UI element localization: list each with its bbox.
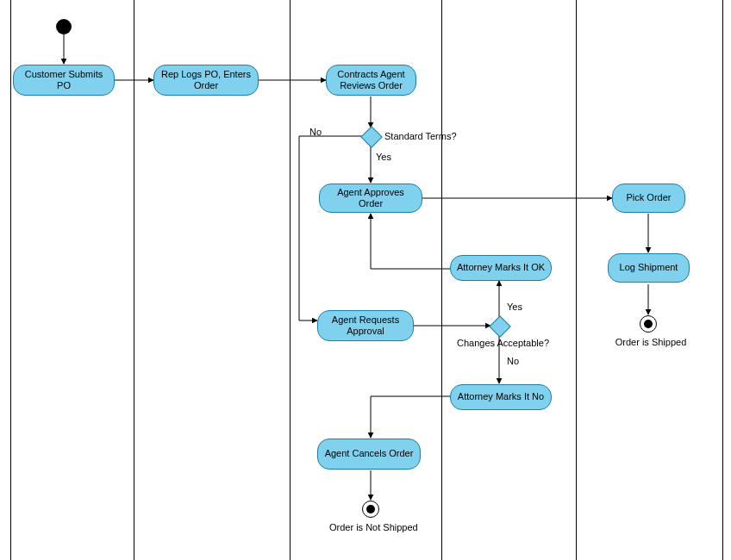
final-node-label: Order is Not Shipped — [329, 522, 415, 532]
activity-label: Agent Cancels Order — [325, 448, 414, 459]
final-node-icon — [362, 501, 379, 518]
activity-contracts-agent-reviews: Contracts Agent Reviews Order — [326, 65, 416, 96]
final-node-label: Order is Shipped — [612, 337, 690, 347]
activity-attorney-marks-no: Attorney Marks It No — [450, 384, 552, 410]
branch-label-yes: Yes — [376, 152, 391, 162]
activity-label: Customer Submits PO — [19, 69, 109, 91]
activity-agent-cancels-order: Agent Cancels Order — [317, 439, 421, 470]
initial-node-icon — [56, 19, 72, 34]
activity-label: Attorney Marks It No — [458, 391, 544, 402]
branch-label-yes: Yes — [507, 302, 522, 312]
activity-label: Agent Requests Approval — [323, 314, 408, 337]
activity-label: Contracts Agent Reviews Order — [332, 69, 410, 91]
activity-agent-approves-order: Agent Approves Order — [319, 184, 422, 213]
activity-label: Log Shipment — [620, 262, 678, 273]
activity-label: Attorney Marks It OK — [457, 262, 545, 273]
activity-attorney-marks-ok: Attorney Marks It OK — [450, 255, 552, 281]
activity-label: Rep Logs PO, Enters Order — [159, 69, 253, 91]
activity-agent-requests-approval: Agent Requests Approval — [317, 310, 414, 341]
activity-rep-logs-po: Rep Logs PO, Enters Order — [153, 65, 259, 96]
decision-label: Changes Acceptable? — [457, 338, 549, 348]
activity-log-shipment: Log Shipment — [608, 253, 690, 283]
activity-label: Agent Approves Order — [325, 187, 416, 209]
diagram-canvas: Customer Submits PO Rep Logs PO, Enters … — [0, 0, 731, 560]
branch-label-no: No — [309, 127, 322, 137]
branch-label-no: No — [507, 356, 519, 366]
activity-label: Pick Order — [627, 192, 672, 203]
decision-label: Standard Terms? — [384, 131, 457, 141]
final-node-icon — [640, 315, 657, 333]
activity-customer-submits-po: Customer Submits PO — [13, 65, 115, 96]
activity-pick-order: Pick Order — [612, 184, 685, 213]
